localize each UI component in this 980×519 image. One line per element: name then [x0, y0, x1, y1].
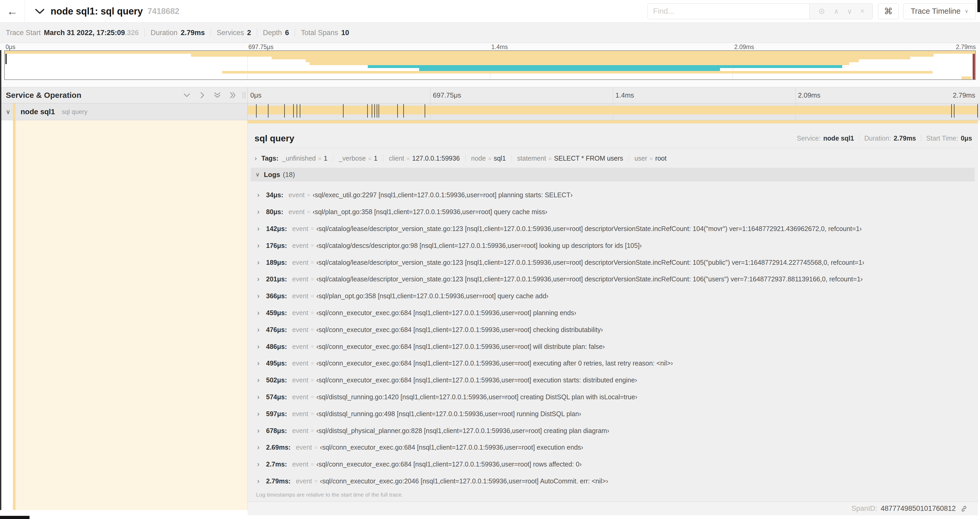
chevron-right-icon[interactable]: › [257, 191, 263, 199]
chevron-right-icon[interactable]: › [257, 292, 263, 300]
log-entry[interactable]: ›366μs:event=‹sql/plan_opt.go:358 [nsql1… [251, 288, 975, 305]
log-entry[interactable]: ›597μs:event=‹sql/distsql_running.go:498… [251, 405, 975, 422]
tag-item: node=sql1 [471, 155, 506, 162]
keyboard-shortcuts-button[interactable]: ⌘ [878, 3, 899, 19]
minimap-axis-tick: 2.09ms [733, 43, 754, 51]
span-row-name-column[interactable]: ∨ node sql1 sql query [0, 103, 248, 120]
minimap-axis-tick: 2.79ms [956, 43, 976, 51]
app-header: ← node sql1: sql query 7418682 ∧ ∨ × ⌘ T… [0, 0, 980, 23]
expand-one-chevron-right-icon[interactable] [198, 91, 206, 99]
span-row[interactable]: ∨ node sql1 sql query [0, 103, 980, 120]
minimap-span-bar [5, 51, 975, 54]
log-entry[interactable]: ›189μs:event=‹sql/catalog/lease/descript… [251, 254, 975, 271]
log-entry[interactable]: ›459μs:event=‹sql/conn_executor_exec.go:… [251, 305, 975, 321]
span-detail-header: sql query Service:node sql1Duration:2.79… [255, 129, 972, 147]
window-left-edge [0, 50, 1, 510]
column-resizer-grip[interactable] [243, 92, 245, 99]
log-entry[interactable]: ›678μs:event=‹sql/distsql_physical_plann… [251, 422, 975, 439]
trace-collapse-chevron-down-icon[interactable] [35, 8, 45, 15]
command-icon: ⌘ [884, 6, 892, 16]
find-next-icon[interactable]: ∨ [847, 7, 852, 16]
find-clear-icon[interactable]: × [860, 7, 864, 15]
log-timestamp: 486μs: [266, 343, 287, 350]
minimap-canvas[interactable] [4, 50, 976, 80]
log-field-key: event [292, 359, 308, 367]
log-entry[interactable]: ›476μs:event=‹sql/conn_executor_exec.go:… [251, 321, 975, 338]
log-timestamp: 476μs: [266, 326, 287, 334]
trace-view-selector-button[interactable]: Trace Timeline ∨ [903, 3, 976, 19]
collapse-all-double-chevron-down-icon[interactable] [214, 91, 221, 99]
chevron-right-icon[interactable]: › [257, 225, 263, 233]
log-entry[interactable]: ›34μs:event=‹sql/exec_util.go:2297 [nsql… [251, 187, 975, 204]
chevron-right-icon[interactable]: › [257, 376, 263, 384]
tag-separator [511, 154, 512, 162]
chevron-right-icon[interactable]: › [257, 427, 263, 435]
minimap-span-bar [305, 59, 859, 62]
log-marker [379, 104, 379, 118]
log-timestamp: 2.7ms: [266, 460, 287, 468]
log-entry[interactable]: ›2.69ms:event=‹sql/conn_executor_exec.go… [251, 439, 975, 456]
minimap-span-bar [962, 77, 971, 79]
log-entry[interactable]: ›80μs:event=‹sql/plan_opt.go:358 [nsql1,… [251, 204, 975, 220]
equals-sign: = [310, 377, 314, 383]
span-detail-title: sql query [255, 133, 294, 144]
equals-sign: = [310, 360, 314, 367]
match-highlight-icon[interactable] [818, 7, 826, 15]
log-entry[interactable]: ›2.7ms:event=‹sql/conn_executor_exec.go:… [251, 456, 975, 473]
collapse-one-chevron-down-icon[interactable] [183, 91, 191, 99]
log-entry[interactable]: ›495μs:event=‹sql/conn_executor_exec.go:… [251, 355, 975, 372]
minimap-right-scrubber-handle[interactable] [973, 51, 975, 79]
equals-sign: = [310, 326, 314, 333]
back-button[interactable]: ← [0, 0, 25, 22]
tag-key: user [634, 155, 647, 162]
log-entry[interactable]: ›502μs:event=‹sql/conn_executor_exec.go:… [251, 372, 975, 389]
chevron-right-icon[interactable]: › [257, 309, 263, 317]
log-field-key: event [292, 242, 308, 249]
log-field-key: event [292, 427, 308, 434]
span-service-name: node sql1 [21, 108, 55, 116]
info-separator [295, 29, 295, 37]
span-chevron-down-icon[interactable]: ∨ [6, 108, 12, 115]
trace-summary-bar: Trace StartMarch 31 2022, 17:25:09.326Du… [0, 23, 980, 43]
log-entry[interactable]: ›2.79ms:event=‹sql/conn_executor_exec.go… [251, 473, 975, 490]
find-input[interactable] [648, 3, 810, 19]
span-duration-bar[interactable] [248, 106, 977, 115]
log-field-value: ‹sql/plan_opt.go:358 [nsql1,client=127.0… [313, 208, 547, 216]
span-row-timeline[interactable] [248, 103, 978, 120]
expand-all-double-chevron-right-icon[interactable] [229, 91, 236, 99]
chevron-right-icon[interactable]: › [257, 477, 263, 485]
log-field-key: event [292, 292, 308, 300]
minimap-span-bar [368, 65, 842, 68]
log-entry[interactable]: ›142μs:event=‹sql/catalog/lease/descript… [251, 220, 975, 237]
deep-link-icon[interactable] [960, 505, 968, 513]
chevron-right-icon[interactable]: › [257, 460, 263, 468]
timeline-axis-tick: 2.79ms [953, 91, 975, 99]
log-field-key: event [292, 393, 308, 401]
log-entry[interactable]: ›486μs:event=‹sql/conn_executor_exec.go:… [251, 338, 975, 355]
chevron-right-icon[interactable]: › [257, 275, 263, 283]
chevron-right-icon[interactable]: › [255, 154, 257, 163]
equals-sign: = [549, 156, 552, 162]
chevron-right-icon[interactable]: › [257, 326, 263, 334]
logs-section-header[interactable]: ∨ Logs (18) [251, 168, 975, 181]
service-operation-title: Service & Operation [6, 91, 81, 100]
tag-key: client [389, 155, 404, 162]
chevron-right-icon[interactable]: › [257, 359, 263, 367]
log-timestamp: 176μs: [266, 242, 287, 249]
chevron-right-icon[interactable]: › [257, 443, 263, 452]
chevron-right-icon[interactable]: › [257, 241, 263, 250]
tag-list: _unfinished=1_verbose=1client=127.0.0.1:… [282, 154, 667, 162]
chevron-right-icon[interactable]: › [257, 393, 263, 401]
log-entry[interactable]: ›176μs:event=‹sql/catalog/descs/descript… [251, 237, 975, 254]
find-prev-icon[interactable]: ∧ [834, 7, 839, 16]
tag-value: 127.0.0.1:59936 [412, 155, 460, 162]
log-entry[interactable]: ›201μs:event=‹sql/catalog/lease/descript… [251, 271, 975, 288]
chevron-right-icon[interactable]: › [257, 410, 263, 418]
logs-count: (18) [283, 171, 295, 179]
tag-item: _unfinished=1 [282, 155, 328, 162]
log-entry[interactable]: ›574μs:event=‹sql/distsql_running.go:142… [251, 389, 975, 406]
chevron-right-icon[interactable]: › [257, 259, 263, 267]
tags-row[interactable]: › Tags: _unfinished=1_verbose=1client=12… [255, 152, 972, 164]
chevron-right-icon[interactable]: › [257, 343, 263, 351]
chevron-right-icon[interactable]: › [257, 208, 263, 216]
